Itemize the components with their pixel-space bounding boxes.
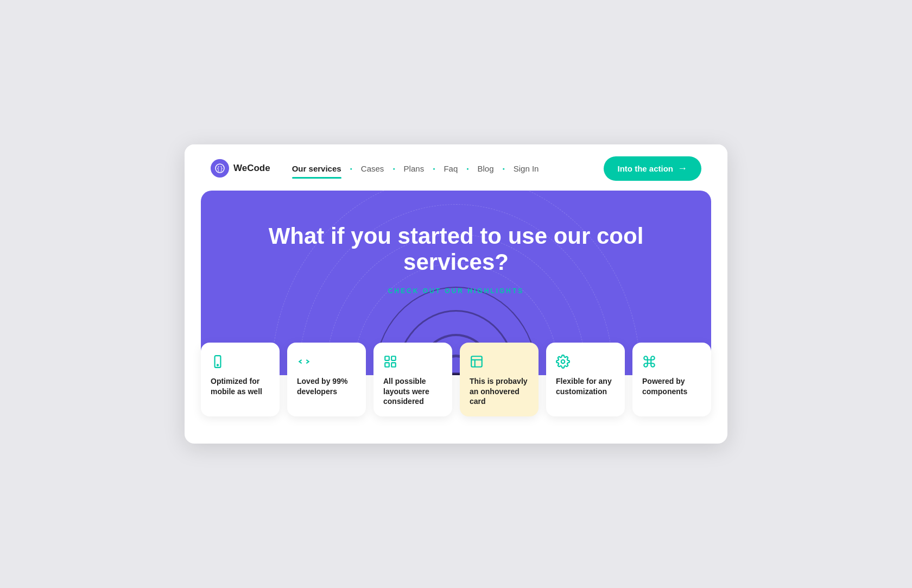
card-code[interactable]: Loved by 99% developers	[287, 343, 366, 417]
card-grid[interactable]: All possible layouts were considered	[373, 343, 452, 417]
svg-rect-8	[471, 356, 482, 367]
svg-rect-7	[391, 363, 396, 367]
logo-area[interactable]: {} WeCode	[211, 159, 270, 178]
nav-our-services[interactable]: Our services	[288, 162, 346, 175]
card-hovered-label: This is probavly an onhovered card	[470, 376, 529, 407]
grid-icon	[383, 355, 442, 371]
card-grid-label: All possible layouts were considered	[383, 376, 442, 407]
nav-plans[interactable]: Plans	[400, 162, 429, 175]
svg-text:{}: {}	[217, 166, 223, 172]
browser-window: {} WeCode Our services ● Cases ● Plans ●…	[185, 144, 727, 444]
card-command[interactable]: Powered by components	[632, 343, 711, 417]
card-hovered[interactable]: This is probavly an onhovered card	[460, 343, 539, 417]
card-command-label: Powered by components	[642, 376, 701, 397]
dot-5: ●	[503, 167, 505, 170]
nav-links: Our services ● Cases ● Plans ● Faq ● Blo…	[288, 162, 604, 175]
svg-rect-4	[385, 356, 389, 361]
code-icon	[297, 355, 356, 371]
dot-3: ●	[433, 167, 435, 170]
navbar: {} WeCode Our services ● Cases ● Plans ●…	[185, 144, 727, 191]
logo-name: WeCode	[233, 163, 270, 174]
cta-button[interactable]: Into the action →	[604, 156, 702, 181]
mobile-icon	[211, 355, 270, 371]
card-gear-label: Flexible for any customization	[556, 376, 615, 397]
card-mobile-label: Optimized for mobile as well	[211, 376, 270, 397]
svg-rect-6	[385, 363, 389, 367]
layout-icon	[470, 355, 529, 371]
logo-icon: {}	[211, 159, 229, 178]
command-icon	[642, 355, 701, 371]
cards-row: Optimized for mobile as well Loved by 99…	[201, 343, 711, 417]
dot-2: ●	[392, 167, 395, 170]
nav-signin[interactable]: Sign In	[509, 162, 543, 175]
hero-subtitle: CHECK OUT OUR HIGHLIGHTS	[388, 287, 524, 295]
svg-rect-5	[391, 356, 396, 361]
nav-blog[interactable]: Blog	[473, 162, 498, 175]
nav-cases[interactable]: Cases	[357, 162, 389, 175]
card-gear[interactable]: Flexible for any customization	[546, 343, 625, 417]
gear-icon	[556, 355, 615, 371]
nav-faq[interactable]: Faq	[439, 162, 462, 175]
card-code-label: Loved by 99% developers	[297, 376, 356, 397]
cta-arrow: →	[677, 163, 687, 174]
cta-label: Into the action	[618, 164, 674, 173]
hero-title: What if you started to use our cool serv…	[223, 223, 689, 276]
dot-4: ●	[466, 167, 468, 170]
svg-point-11	[561, 359, 565, 363]
svg-point-3	[217, 364, 218, 365]
card-mobile[interactable]: Optimized for mobile as well	[201, 343, 280, 417]
dot-1: ●	[350, 167, 352, 170]
